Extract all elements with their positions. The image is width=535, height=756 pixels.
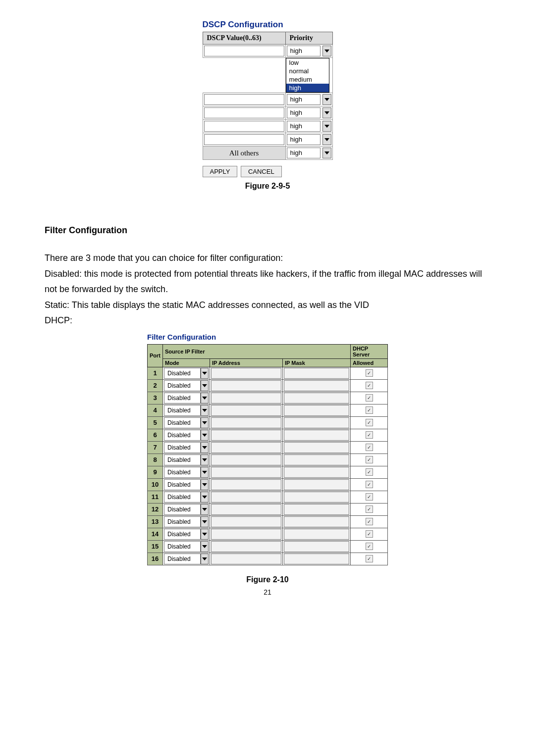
ip-address-input[interactable]: [211, 467, 281, 478]
dhcp-allowed-checkbox[interactable]: ✓: [366, 369, 373, 377]
ip-address-input[interactable]: [211, 516, 281, 527]
apply-button[interactable]: APPLY: [203, 166, 238, 177]
dhcp-allowed-checkbox[interactable]: ✓: [366, 530, 373, 538]
ip-address-input[interactable]: [211, 417, 281, 428]
mode-select-button[interactable]: [201, 479, 209, 490]
priority-select-5-button[interactable]: [322, 134, 331, 145]
mode-select-button[interactable]: [201, 380, 209, 391]
dscp-value-input-3[interactable]: [204, 107, 284, 118]
ip-mask-input[interactable]: [284, 380, 349, 391]
dhcp-allowed-checkbox[interactable]: ✓: [366, 382, 373, 389]
ip-mask-input[interactable]: [284, 454, 349, 465]
dhcp-allowed-checkbox[interactable]: ✓: [366, 406, 373, 414]
dhcp-allowed-checkbox[interactable]: ✓: [366, 543, 373, 550]
mode-select-value[interactable]: Disabled: [164, 442, 201, 453]
priority-select-4-button[interactable]: [322, 121, 331, 132]
dscp-value-input-4[interactable]: [204, 121, 284, 132]
priority-select-all-value[interactable]: high: [287, 148, 321, 158]
mode-select-button[interactable]: [201, 504, 209, 515]
ip-address-input[interactable]: [211, 504, 281, 515]
mode-select-button[interactable]: [201, 405, 209, 416]
ip-address-input[interactable]: [211, 529, 281, 540]
mode-select-value[interactable]: Disabled: [164, 492, 201, 503]
ip-mask-input[interactable]: [284, 479, 349, 490]
mode-select-value[interactable]: Disabled: [164, 529, 201, 540]
ip-address-input[interactable]: [211, 442, 281, 453]
mode-select-value[interactable]: Disabled: [164, 454, 201, 465]
dhcp-allowed-checkbox[interactable]: ✓: [366, 444, 373, 451]
mode-select-button[interactable]: [201, 529, 209, 540]
dhcp-allowed-checkbox[interactable]: ✓: [366, 431, 373, 439]
ip-address-input[interactable]: [211, 541, 281, 552]
priority-select-2-value[interactable]: high: [287, 94, 321, 105]
ip-mask-input[interactable]: [284, 541, 349, 552]
dhcp-allowed-checkbox[interactable]: ✓: [366, 394, 373, 402]
mode-select-value[interactable]: Disabled: [164, 554, 201, 564]
dhcp-allowed-checkbox[interactable]: ✓: [366, 555, 373, 562]
priority-dropdown-open[interactable]: low normal medium high: [286, 58, 329, 93]
mode-select-value[interactable]: Disabled: [164, 417, 201, 428]
priority-select-5-value[interactable]: high: [287, 134, 321, 145]
ip-address-input[interactable]: [211, 479, 281, 490]
ip-address-input[interactable]: [211, 554, 281, 564]
dhcp-allowed-checkbox[interactable]: ✓: [366, 456, 373, 463]
dhcp-allowed-checkbox[interactable]: ✓: [366, 481, 373, 488]
priority-select-3-button[interactable]: [322, 107, 331, 118]
ip-mask-input[interactable]: [284, 516, 349, 527]
mode-select-value[interactable]: Disabled: [164, 479, 201, 490]
mode-select-button[interactable]: [201, 554, 209, 564]
mode-select-value[interactable]: Disabled: [164, 504, 201, 515]
ip-address-input[interactable]: [211, 405, 281, 416]
mode-select-button[interactable]: [201, 393, 209, 403]
ip-address-input[interactable]: [211, 393, 281, 403]
priority-option-medium[interactable]: medium: [286, 75, 329, 84]
priority-option-normal[interactable]: normal: [286, 67, 329, 75]
ip-mask-input[interactable]: [284, 405, 349, 416]
priority-select-2-button[interactable]: [322, 94, 331, 105]
mode-select-button[interactable]: [201, 442, 209, 453]
priority-option-low[interactable]: low: [286, 58, 329, 67]
priority-option-high[interactable]: high: [286, 84, 329, 92]
mode-select-button[interactable]: [201, 368, 209, 379]
mode-select-button[interactable]: [201, 430, 209, 441]
ip-address-input[interactable]: [211, 454, 281, 465]
ip-mask-input[interactable]: [284, 467, 349, 478]
mode-select-button[interactable]: [201, 492, 209, 503]
ip-mask-input[interactable]: [284, 504, 349, 515]
ip-address-input[interactable]: [211, 368, 281, 379]
ip-mask-input[interactable]: [284, 417, 349, 428]
priority-select-4-value[interactable]: high: [287, 121, 321, 132]
ip-address-input[interactable]: [211, 380, 281, 391]
dhcp-allowed-checkbox[interactable]: ✓: [366, 493, 373, 501]
mode-select-button[interactable]: [201, 467, 209, 478]
dscp-value-input-5[interactable]: [204, 134, 284, 145]
mode-select-button[interactable]: [201, 541, 209, 552]
ip-mask-input[interactable]: [284, 442, 349, 453]
dhcp-allowed-checkbox[interactable]: ✓: [366, 518, 373, 525]
mode-select-value[interactable]: Disabled: [164, 368, 201, 379]
mode-select-value[interactable]: Disabled: [164, 541, 201, 552]
ip-address-input[interactable]: [211, 492, 281, 503]
ip-address-input[interactable]: [211, 430, 281, 441]
mode-select-value[interactable]: Disabled: [164, 393, 201, 403]
dhcp-allowed-checkbox[interactable]: ✓: [366, 468, 373, 476]
ip-mask-input[interactable]: [284, 430, 349, 441]
priority-select-1-button[interactable]: [322, 46, 331, 56]
priority-select-3-value[interactable]: high: [287, 107, 321, 118]
cancel-button[interactable]: CANCEL: [241, 166, 282, 177]
mode-select-value[interactable]: Disabled: [164, 467, 201, 478]
ip-mask-input[interactable]: [284, 554, 349, 564]
ip-mask-input[interactable]: [284, 492, 349, 503]
mode-select-button[interactable]: [201, 417, 209, 428]
dscp-value-input-1[interactable]: [204, 46, 284, 56]
ip-mask-input[interactable]: [284, 393, 349, 403]
dhcp-allowed-checkbox[interactable]: ✓: [366, 505, 373, 513]
ip-mask-input[interactable]: [284, 529, 349, 540]
priority-select-1-value[interactable]: high: [287, 46, 321, 56]
ip-mask-input[interactable]: [284, 368, 349, 379]
dscp-value-input-2[interactable]: [204, 94, 284, 105]
mode-select-button[interactable]: [201, 516, 209, 527]
mode-select-value[interactable]: Disabled: [164, 430, 201, 441]
dhcp-allowed-checkbox[interactable]: ✓: [366, 419, 373, 426]
mode-select-value[interactable]: Disabled: [164, 380, 201, 391]
